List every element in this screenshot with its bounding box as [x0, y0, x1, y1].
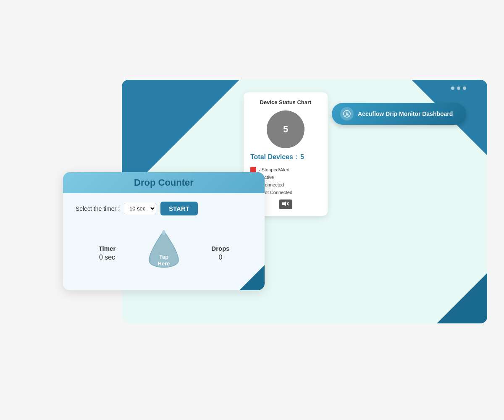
total-devices: Total Devices : 5: [250, 153, 321, 161]
svg-text:Tap: Tap: [159, 254, 168, 260]
dashboard-icon: [340, 107, 354, 121]
svg-text:Here: Here: [158, 260, 170, 267]
svg-marker-0: [282, 201, 286, 206]
drop-row: Timer 0 sec Tap Here Drops: [76, 226, 252, 280]
scene: Device Status Chart 5 Total Devices : 5 …: [63, 80, 441, 340]
mute-button[interactable]: [279, 200, 292, 209]
drops-stat-label: Drops: [189, 245, 252, 252]
total-devices-value: 5: [300, 153, 304, 160]
drop-counter-body: Select the timer : 10 sec 20 sec 30 sec …: [63, 193, 265, 290]
timer-stat-label: Timer: [76, 245, 139, 252]
timer-select-row: Select the timer : 10 sec 20 sec 30 sec …: [76, 202, 252, 215]
dashboard-banner[interactable]: Accuflow Drip Monitor Dashboard: [332, 103, 466, 125]
timer-stat: Timer 0 sec: [76, 245, 139, 261]
legend-color-stopped: [250, 167, 256, 173]
three-dots: [451, 87, 466, 90]
donut-chart: 5: [267, 110, 304, 148]
timer-label: Select the timer :: [76, 205, 120, 212]
drop-counter-header: Drop Counter: [63, 172, 265, 193]
donut-container: 5: [250, 110, 321, 148]
total-devices-label: Total Devices :: [250, 153, 297, 160]
status-card-title: Device Status Chart: [250, 99, 321, 105]
dot-1: [451, 87, 454, 90]
dot-3: [463, 87, 466, 90]
legend-item-stopped: - Stopped/Alert: [250, 167, 321, 173]
drops-stat: Drops 0: [189, 245, 252, 261]
start-button[interactable]: START: [160, 202, 198, 215]
timer-select[interactable]: 10 sec 20 sec 30 sec 60 sec: [124, 203, 156, 214]
drop-counter-card: Drop Counter Select the timer : 10 sec 2…: [63, 172, 265, 290]
timer-stat-value: 0 sec: [76, 254, 139, 261]
legend-label-stopped: - Stopped/Alert: [259, 167, 289, 172]
triangle-bottom-right-decoration: [437, 273, 487, 323]
drop-counter-corner-decoration: [239, 265, 265, 290]
drop-counter-title: Drop Counter: [134, 177, 194, 188]
tap-drop-area[interactable]: Tap Here: [139, 226, 189, 280]
dashboard-title: Accuflow Drip Monitor Dashboard: [358, 110, 453, 117]
dot-2: [457, 87, 460, 90]
drops-stat-value: 0: [189, 254, 252, 261]
water-drop-svg[interactable]: Tap Here: [143, 228, 185, 278]
svg-point-5: [162, 230, 165, 235]
svg-marker-4: [345, 112, 349, 116]
